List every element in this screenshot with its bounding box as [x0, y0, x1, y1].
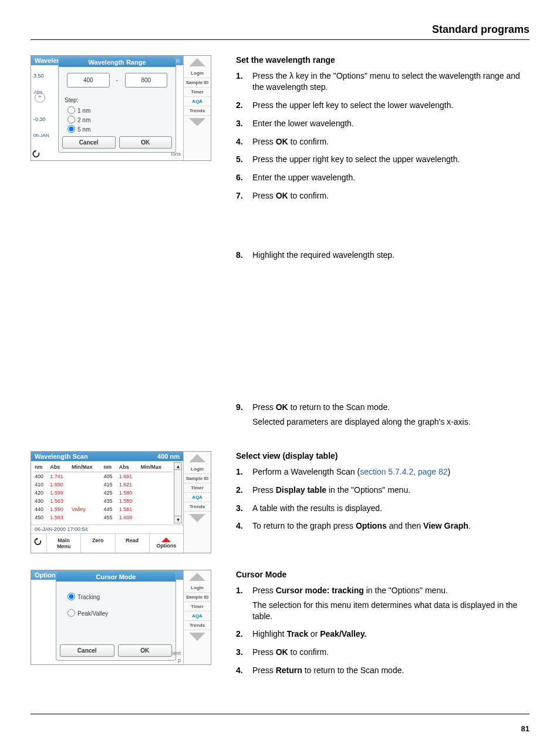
toolbar-options[interactable]: Options — [150, 534, 183, 553]
nav-up-icon[interactable] — [189, 454, 205, 462]
nav-up-icon[interactable] — [189, 58, 205, 66]
scroll-down-icon[interactable]: ▾ — [174, 516, 182, 523]
step-2nm[interactable]: 2 nm — [59, 116, 96, 125]
page-header: Standard programs — [31, 23, 529, 36]
screenshot-cursor-mode: Options Cursor Mode Tracking Peak/Valley… — [31, 570, 211, 665]
frag1: ient — [172, 650, 181, 656]
section3-steps: 1. Press Cursor mode: tracking in the "O… — [236, 585, 529, 676]
toolbar-zero[interactable]: Zero — [81, 534, 115, 553]
side-sampleid[interactable]: Sample ID — [184, 593, 211, 602]
side-login[interactable]: Login — [184, 69, 211, 78]
popup-title: Wavelength Range — [59, 58, 176, 67]
step-label: Step: — [59, 93, 176, 105]
side-timer[interactable]: Timer — [184, 483, 211, 493]
side-sampleid[interactable]: Sample ID — [184, 78, 211, 88]
high-wavelength-field[interactable]: 800 — [125, 73, 168, 88]
options-fragment: ions — [171, 151, 181, 157]
scan-results-table: nmAbsMin/MaxnmAbsMin/Max 4001.7414051.69… — [33, 462, 171, 522]
section1-title: Set the wavelength range — [236, 55, 529, 65]
cursor-peakvalley[interactable]: Peak/Valley — [56, 604, 176, 620]
zoom-icon: + — [35, 92, 45, 103]
ok-button[interactable]: OK — [118, 644, 173, 657]
section2-title: Select view (display table) — [236, 451, 529, 461]
nav-down-icon[interactable] — [189, 514, 205, 522]
screenshot-display-table: Wavelength Scan 400 nm nmAbsMin/MaxnmAbs… — [31, 451, 211, 553]
cancel-button[interactable]: Cancel — [62, 136, 116, 149]
side-trends[interactable]: Trends — [184, 106, 211, 116]
section1-step8: 8.Highlight the required wavelength step… — [236, 250, 529, 261]
step-1nm[interactable]: 1 nm — [59, 106, 96, 115]
scroll-up-icon[interactable]: ▴ — [174, 462, 182, 470]
section3-step1-sub: The selection for this menu item determi… — [252, 600, 529, 622]
dev2-title: Wavelength Scan — [35, 453, 88, 460]
toolbar-read[interactable]: Read — [116, 534, 150, 553]
page-number: 81 — [521, 724, 529, 733]
cancel-button[interactable]: Cancel — [60, 644, 114, 657]
low-wavelength-field[interactable]: 400 — [67, 73, 110, 88]
side-timer[interactable]: Timer — [184, 88, 211, 97]
side-login[interactable]: Login — [184, 465, 211, 474]
back-icon[interactable] — [32, 150, 42, 159]
step-5nm[interactable]: 5 nm — [59, 125, 96, 134]
side-aqa[interactable]: AQA — [184, 611, 211, 621]
cursor-tracking[interactable]: Tracking — [56, 587, 176, 604]
frag2: p — [178, 657, 181, 663]
axis-top: 3.50 — [33, 68, 49, 84]
side-aqa[interactable]: AQA — [184, 97, 211, 106]
dev2-datetime: 06-JAN-2000 17:00:54 — [31, 525, 183, 533]
popup-title: Cursor Mode — [56, 572, 176, 582]
side-sampleid[interactable]: Sample ID — [184, 474, 211, 483]
nav-down-icon[interactable] — [189, 633, 205, 641]
side-trends[interactable]: Trends — [184, 502, 211, 512]
header-rule — [31, 39, 529, 40]
dash: - — [113, 77, 122, 83]
nav-up-icon[interactable] — [189, 573, 205, 581]
section1-steps: 1.Press the λ key in the "Options" menu … — [236, 70, 529, 201]
side-login[interactable]: Login — [184, 583, 211, 593]
nav-down-icon[interactable] — [189, 118, 205, 126]
side-timer[interactable]: Timer — [184, 602, 211, 611]
dev2-nm: 400 nm — [157, 453, 180, 460]
footer-rule — [31, 714, 529, 714]
screenshot-wavelength-range: Wavelength Scan 400 nm 3.50 Abs -0.30 06… — [31, 55, 211, 161]
section1-step9-sub: Selected parameters are displayed along … — [252, 416, 529, 428]
section2-steps: 1.Perform a Wavelength Scan (section 5.7… — [236, 466, 529, 532]
section3-title: Cursor Mode — [236, 570, 529, 579]
axis-low: -0.30 — [33, 111, 49, 127]
side-trends[interactable]: Trends — [184, 621, 211, 630]
toolbar-mainmenu[interactable]: Main Menu — [47, 534, 81, 553]
axis-date: 06-JAN — [33, 127, 49, 144]
toolbar-back[interactable] — [31, 534, 47, 553]
section1-step9: 9. Press OK to return to the Scan mode. … — [236, 402, 529, 428]
ok-button[interactable]: OK — [119, 136, 173, 149]
side-aqa[interactable]: AQA — [184, 493, 211, 502]
